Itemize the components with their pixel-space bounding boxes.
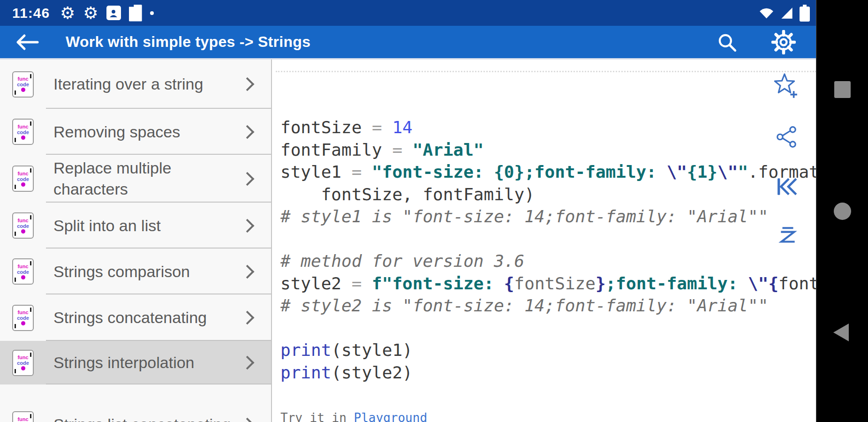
code-token: style1 bbox=[280, 162, 341, 181]
doc-icon-text: code bbox=[17, 316, 29, 321]
code-token: {1} bbox=[687, 162, 717, 181]
sidebar-item-strings-concatenating[interactable]: funccodeStrings concatenating bbox=[0, 294, 271, 341]
chevron-right-icon bbox=[241, 77, 255, 91]
code-token: = bbox=[341, 162, 372, 181]
code-line: print(style2) bbox=[280, 362, 816, 384]
doc-icon-text: func bbox=[17, 124, 28, 129]
func-code-doc-icon: funccode bbox=[12, 212, 34, 239]
sidebar-item-label: Replace multiple characters bbox=[53, 158, 239, 200]
search-icon[interactable] bbox=[716, 31, 738, 53]
recents-square-icon[interactable] bbox=[834, 81, 851, 98]
code-token: = bbox=[382, 140, 413, 159]
code-line bbox=[280, 228, 816, 250]
sidebar-item-label: Strings list concatenating bbox=[53, 414, 239, 422]
code-token: \" bbox=[717, 162, 738, 181]
dot-icon bbox=[150, 11, 154, 15]
sidebar-item-split-into-an-list[interactable]: funccodeSplit into an list bbox=[0, 203, 271, 249]
code-line: # style2 is "font-size: 14;font-family: … bbox=[280, 294, 816, 317]
code-line: # method for version 3.6 bbox=[280, 250, 816, 272]
cellular-signal-icon bbox=[780, 7, 794, 20]
doc-icon-text: func bbox=[17, 218, 28, 223]
code-token: fontFamily bbox=[778, 274, 816, 293]
func-code-doc-icon: funccode bbox=[12, 305, 34, 331]
code-token: # style1 is "font-size: 14;font-family: … bbox=[280, 207, 768, 226]
back-triangle-icon[interactable] bbox=[833, 324, 849, 341]
sidebar-item-strings-list-concatenating[interactable]: funccodeStrings list concatenating bbox=[0, 384, 271, 422]
chevron-right-icon bbox=[241, 219, 255, 233]
playground-link[interactable]: Playground bbox=[354, 411, 428, 422]
code-token: } bbox=[596, 274, 606, 293]
sidebar-item-iterating-over-a-string[interactable]: funccodeIterating over a string bbox=[0, 60, 271, 109]
code-token: f"font-size: bbox=[372, 274, 504, 293]
doc-icon-text: code bbox=[17, 130, 29, 135]
back-arrow-icon[interactable] bbox=[15, 33, 39, 52]
app-bar: Work with simple types -> Strings bbox=[0, 26, 816, 60]
code-line: fontSize = 14 bbox=[280, 116, 816, 139]
doc-icon-text: code bbox=[17, 177, 29, 182]
navigation-bar bbox=[816, 0, 868, 422]
doc-icon-text: code bbox=[17, 82, 29, 87]
code-token: fontSize, fontFamily) bbox=[280, 185, 535, 204]
code-token: .format( bbox=[748, 162, 816, 181]
sidebar-item-label: Strings concatenating bbox=[53, 307, 239, 328]
code-token: fontSize bbox=[280, 118, 362, 137]
doc-icon-text: func bbox=[17, 76, 28, 82]
code-token: \" bbox=[748, 274, 768, 293]
code-token: fontFamily bbox=[280, 140, 382, 159]
gear-icon: ⚙ bbox=[60, 5, 75, 22]
code-token: print bbox=[280, 363, 331, 382]
sidebar-item-label: Strings comparison bbox=[53, 261, 239, 282]
gear-icon: ⚙ bbox=[83, 5, 98, 22]
code-token: { bbox=[768, 274, 778, 293]
doc-icon-text: code bbox=[17, 361, 29, 366]
func-code-doc-icon: funccode bbox=[12, 258, 34, 285]
code-token: # method for version 3.6 bbox=[280, 251, 524, 271]
doc-icon-dot bbox=[21, 321, 25, 325]
settings-gear-icon[interactable] bbox=[771, 30, 796, 54]
doc-icon-text: code bbox=[17, 270, 29, 275]
sidebar-item-strings-interpolation[interactable]: funccodeStrings interpolation bbox=[0, 341, 271, 384]
chevron-right-icon bbox=[241, 417, 255, 422]
sidebar-item-label: Strings interpolation bbox=[53, 352, 239, 373]
code-token: = bbox=[341, 274, 372, 293]
code-line: # style1 is "font-size: 14;font-family: … bbox=[280, 205, 816, 228]
app-screen: 11:46 ⚙ ⚙ bbox=[0, 0, 868, 422]
code-token: "Arial" bbox=[413, 140, 484, 159]
chevron-right-icon bbox=[241, 264, 255, 279]
code-token: "font-size: {0};font-family: bbox=[372, 162, 667, 181]
try-it-text: Try it in bbox=[280, 411, 354, 422]
status-left-icons: ⚙ ⚙ bbox=[60, 5, 154, 22]
doc-icon-dot bbox=[21, 366, 25, 370]
doc-icon-text: func bbox=[17, 310, 28, 315]
doc-icon-dot bbox=[21, 182, 25, 187]
chevron-right-icon bbox=[241, 356, 255, 370]
chevron-right-icon bbox=[241, 125, 255, 139]
doc-icon-dot bbox=[21, 88, 25, 92]
battery-icon bbox=[800, 5, 810, 22]
code-token: style2 bbox=[280, 274, 341, 293]
clipboard-icon bbox=[129, 5, 142, 22]
code-line: print(style1) bbox=[280, 339, 816, 362]
sidebar-item-strings-comparison[interactable]: funccodeStrings comparison bbox=[0, 249, 271, 294]
doc-icon-text: func bbox=[17, 355, 28, 360]
code-token: (style2) bbox=[331, 363, 412, 382]
home-circle-icon[interactable] bbox=[834, 203, 851, 220]
sidebar-list: funccodeIterating over a stringfunccodeR… bbox=[0, 60, 271, 422]
status-right-icons bbox=[759, 5, 810, 22]
doc-icon-text: func bbox=[17, 171, 28, 176]
sidebar-item-replace-multiple-characters[interactable]: funccodeReplace multiple characters bbox=[0, 155, 271, 203]
func-code-doc-icon: funccode bbox=[12, 350, 34, 376]
sidebar-item-label: Removing spaces bbox=[53, 121, 239, 143]
chevron-right-icon bbox=[241, 172, 255, 186]
code-token: (style1) bbox=[331, 340, 412, 360]
func-code-doc-icon: funccode bbox=[12, 166, 34, 192]
code-panel[interactable]: fontSize = 14fontFamily = "Arial"style1 … bbox=[272, 60, 816, 422]
sidebar[interactable]: funccodeIterating over a stringfunccodeR… bbox=[0, 60, 272, 422]
func-code-doc-icon: funccode bbox=[12, 71, 34, 98]
code-token: = bbox=[362, 118, 392, 137]
doc-icon-text: code bbox=[17, 224, 29, 229]
code-token: # style2 is "font-size: 14;font-family: … bbox=[280, 296, 768, 315]
app-box-icon bbox=[106, 6, 121, 20]
sidebar-item-removing-spaces[interactable]: funccodeRemoving spaces bbox=[0, 109, 271, 155]
status-time: 11:46 bbox=[12, 5, 50, 21]
